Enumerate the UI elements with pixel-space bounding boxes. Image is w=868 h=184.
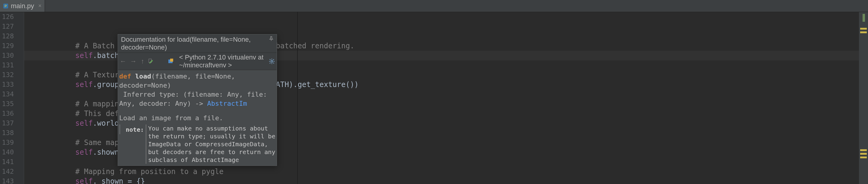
file-tab-main[interactable]: P main.py × <box>0 0 45 12</box>
doc-signature: def load(filename, file=None, decoder=No… <box>119 72 275 90</box>
fold-column <box>18 12 24 184</box>
svg-rect-4 <box>170 59 173 62</box>
back-icon[interactable]: ← <box>120 58 126 65</box>
tab-bar: P main.py × <box>0 0 868 12</box>
svg-text:P: P <box>4 4 7 8</box>
keyword-def: def <box>119 73 131 80</box>
code-line[interactable]: self._shown = {} <box>40 177 868 184</box>
note-text: You can make no assumptions about the re… <box>146 125 275 164</box>
edit-source-icon[interactable] <box>149 58 154 65</box>
tab-filename: main.py <box>11 2 34 10</box>
doc-title-text: Documentation for load(filename, file=No… <box>121 36 274 51</box>
forward-icon[interactable]: → <box>130 58 137 65</box>
svg-line-13 <box>273 59 274 60</box>
python-file-icon: P <box>3 3 8 9</box>
note-label: note: <box>119 125 146 134</box>
svg-line-12 <box>270 63 271 64</box>
inferred-label: Inferred type: <box>123 90 179 98</box>
quick-doc-popup: Documentation for load(filename, file=No… <box>118 34 277 166</box>
inferred-return-link[interactable]: AbstractIm <box>207 100 247 107</box>
doc-description: Load an image from a file. <box>119 113 275 123</box>
doc-inferred: Inferred type: (filename: Any, file: Any… <box>119 90 275 108</box>
svg-line-11 <box>273 63 274 64</box>
code-line[interactable]: # Mapping from position to a pygle <box>40 167 868 177</box>
svg-point-5 <box>271 60 273 62</box>
warning-marker[interactable] <box>860 28 867 30</box>
svg-line-10 <box>270 59 271 60</box>
close-icon[interactable]: × <box>38 3 42 9</box>
doc-toolbar: ← → ↑ < Python 2.7.10 virtualenv at ~/mi… <box>118 53 277 70</box>
external-doc-icon[interactable] <box>168 58 174 65</box>
doc-title-bar[interactable]: Documentation for load(filename, file=No… <box>118 34 277 53</box>
inspection-ok-marker <box>863 14 865 22</box>
doc-venv-label: < Python 2.7.10 virtualenv at ~/minecraf… <box>179 53 265 69</box>
doc-body: def load(filename, file=None, decoder=No… <box>118 70 277 165</box>
doc-fn-name: load <box>135 73 151 80</box>
line-number-gutter: 126 127 128 129 130 131 132 133 134 135 … <box>0 12 18 184</box>
doc-note: note: You can make no assumptions about … <box>119 125 275 164</box>
pin-icon[interactable] <box>269 36 274 43</box>
warning-marker[interactable] <box>860 31 867 33</box>
gear-icon[interactable] <box>269 58 275 65</box>
up-icon[interactable]: ↑ <box>140 58 145 65</box>
